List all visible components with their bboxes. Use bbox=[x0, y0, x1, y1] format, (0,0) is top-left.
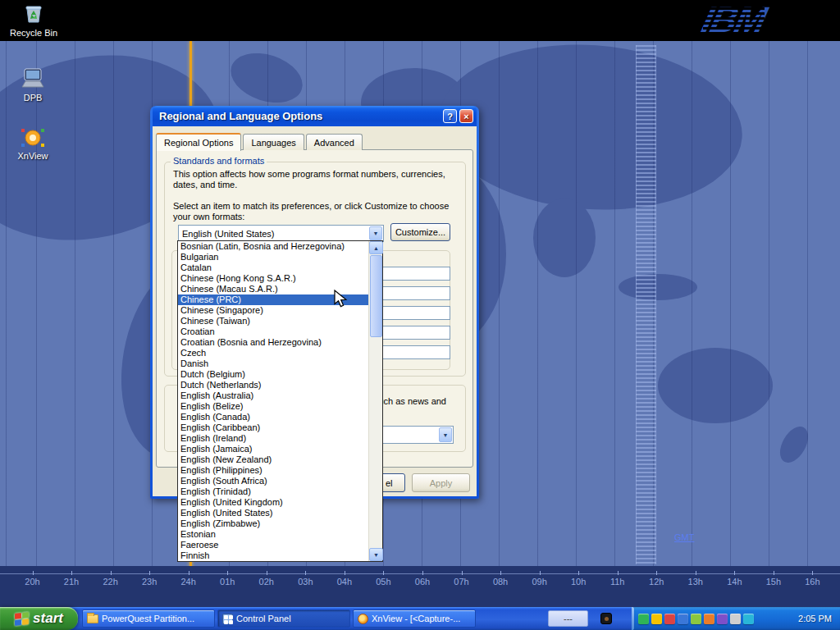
language-list-item[interactable]: English (Ireland) bbox=[178, 433, 368, 444]
language-list-item[interactable]: Estonian bbox=[178, 529, 368, 540]
timezone-hour-label: 05h bbox=[372, 577, 395, 587]
tray-icon[interactable] bbox=[678, 614, 688, 624]
timezone-hour-label: 20h bbox=[21, 577, 43, 587]
language-list-item[interactable]: Croatian (Bosnia and Herzegovina) bbox=[178, 337, 368, 348]
scrollbar-thumb[interactable] bbox=[370, 255, 382, 337]
timezone-hour-label: 11h bbox=[606, 577, 628, 587]
laptop-icon bbox=[19, 67, 47, 92]
tray-icon[interactable] bbox=[730, 614, 741, 624]
taskbar: start PowerQuest Partition... Control Pa… bbox=[0, 607, 840, 630]
language-list-item[interactable]: Danish bbox=[178, 358, 368, 369]
tray-icon[interactable] bbox=[743, 614, 754, 624]
regional-language-options-dialog: Regional and Language Options ? × Region… bbox=[150, 106, 479, 499]
clock[interactable]: 2:05 PM bbox=[798, 614, 840, 623]
desktop-icon-dpb[interactable]: DPB bbox=[7, 67, 59, 103]
dialog-titlebar[interactable]: Regional and Language Options ? × bbox=[153, 106, 477, 126]
chevron-down-icon[interactable]: ▼ bbox=[439, 427, 452, 442]
scroll-down-icon[interactable]: ▼ bbox=[369, 548, 383, 561]
language-list-item[interactable]: English (Trinidad) bbox=[178, 486, 368, 497]
language-list-item[interactable]: Faeroese bbox=[178, 540, 368, 550]
task-button-xnview[interactable]: XnView - [<Capture-... bbox=[353, 609, 476, 628]
desktop-icons: DPB XnView bbox=[7, 67, 59, 184]
language-list-item[interactable]: English (South Africa) bbox=[178, 476, 368, 486]
taskbar-toolbar[interactable] bbox=[592, 609, 620, 628]
desktop-icon-label: XnView bbox=[7, 151, 59, 161]
language-list-item[interactable]: Croatian bbox=[178, 326, 368, 337]
dialog-tab[interactable]: Advanced bbox=[306, 134, 363, 150]
language-list-item[interactable]: Czech bbox=[178, 348, 368, 358]
timezone-hour-label: 24h bbox=[177, 577, 199, 587]
tray-icon[interactable] bbox=[717, 614, 728, 624]
help-button[interactable]: ? bbox=[443, 109, 457, 123]
language-list-item[interactable]: Dutch (Belgium) bbox=[178, 369, 368, 380]
tray-icon[interactable] bbox=[651, 614, 662, 624]
language-list-item[interactable]: Chinese (Taiwan) bbox=[178, 316, 368, 326]
language-list-item[interactable]: English (United States) bbox=[178, 508, 368, 518]
language-list-item[interactable]: English (Canada) bbox=[178, 412, 368, 422]
xnview-icon bbox=[358, 614, 368, 624]
language-list-item[interactable]: English (Philippines) bbox=[178, 465, 368, 476]
start-button[interactable]: start bbox=[0, 607, 78, 630]
language-list-item[interactable]: Bulgarian bbox=[178, 252, 368, 262]
timezone-hour-label: 13h bbox=[684, 577, 706, 587]
apply-button[interactable]: Apply bbox=[412, 473, 470, 492]
language-list-item[interactable]: English (Caribbean) bbox=[178, 422, 368, 433]
timezone-hour-label: 03h bbox=[294, 577, 317, 587]
tray-icon[interactable] bbox=[664, 614, 675, 624]
folder-icon bbox=[87, 614, 98, 623]
standards-select-text: Select an item to match its preferences,… bbox=[173, 201, 460, 222]
ibm-logo: IBM bbox=[703, 0, 765, 39]
gmt-label: GMT bbox=[674, 532, 694, 542]
task-button-control-panel[interactable]: Control Panel bbox=[217, 609, 350, 628]
windows-flag-icon bbox=[15, 612, 29, 626]
timezone-hour-label: 14h bbox=[724, 577, 746, 587]
language-list-item[interactable]: English (Australia) bbox=[178, 390, 368, 401]
timezone-hour-label: 16h bbox=[801, 577, 824, 587]
hour-scale-line bbox=[0, 573, 840, 574]
tray-icon[interactable] bbox=[704, 614, 714, 624]
control-panel-icon bbox=[222, 614, 233, 624]
top-black-bar: Recycle Bin IBM bbox=[0, 0, 840, 41]
recycle-bin-label: Recycle Bin bbox=[8, 28, 59, 38]
timezone-hour-label: 10h bbox=[568, 577, 590, 587]
language-list-item[interactable]: English (Zimbabwe) bbox=[178, 518, 368, 529]
language-dropdown-list: Bosnian (Latin, Bosnia and Herzegovina)B… bbox=[177, 240, 383, 562]
list-scrollbar[interactable]: ▲ ▼ bbox=[368, 241, 382, 561]
scroll-up-icon[interactable]: ▲ bbox=[369, 241, 383, 254]
timezone-hour-label: 23h bbox=[139, 577, 161, 587]
language-list-item[interactable]: Finnish bbox=[178, 550, 368, 561]
dialog-tab[interactable]: Regional Options bbox=[156, 133, 241, 151]
recycle-bin-icon[interactable]: Recycle Bin bbox=[8, 2, 59, 38]
system-tray: 2:05 PM bbox=[632, 607, 840, 630]
timezone-hour-label: 22h bbox=[99, 577, 121, 587]
language-list-item[interactable]: English (New Zealand) bbox=[178, 454, 368, 465]
format-combo[interactable]: English (United States) ▼ bbox=[178, 225, 384, 242]
timezone-hour-label: 04h bbox=[333, 577, 355, 587]
chevron-down-icon[interactable]: ▼ bbox=[369, 226, 382, 240]
language-list-item[interactable]: Bosnian (Latin, Bosnia and Herzegovina) bbox=[178, 241, 368, 252]
dialog-tab[interactable]: Languages bbox=[243, 134, 304, 150]
timezone-hour-label: 07h bbox=[450, 577, 472, 587]
desktop-icon-xnview[interactable]: XnView bbox=[7, 126, 59, 161]
close-button[interactable]: × bbox=[459, 109, 473, 123]
tray-icon[interactable] bbox=[638, 614, 649, 624]
location-text-fragment: uch as news and bbox=[378, 396, 446, 407]
xnview-icon bbox=[20, 126, 46, 150]
dialog-title: Regional and Language Options bbox=[159, 110, 441, 122]
language-list-item[interactable]: Catalan bbox=[178, 262, 368, 273]
timezone-hour-label: 02h bbox=[255, 577, 277, 587]
task-button-powerquest[interactable]: PowerQuest Partition... bbox=[82, 609, 215, 628]
start-label: start bbox=[33, 610, 63, 627]
language-list-item[interactable]: Dutch (Netherlands) bbox=[178, 380, 368, 390]
language-list-item[interactable]: Chinese (Hong Kong S.A.R.) bbox=[178, 273, 368, 284]
recycle-bin-glyph bbox=[23, 2, 44, 24]
taskbar-overflow-button[interactable]: --- bbox=[548, 610, 588, 627]
tray-icon[interactable] bbox=[691, 614, 701, 624]
language-list-item[interactable]: English (Belize) bbox=[178, 401, 368, 412]
mouse-cursor-icon bbox=[334, 290, 352, 309]
format-combo-value: English (United States) bbox=[182, 229, 275, 239]
customize-button[interactable]: Customize... bbox=[390, 223, 450, 241]
timezone-hour-label: 12h bbox=[646, 577, 668, 587]
language-list-item[interactable]: English (United Kingdom) bbox=[178, 497, 368, 508]
language-list-item[interactable]: English (Jamaica) bbox=[178, 444, 368, 454]
